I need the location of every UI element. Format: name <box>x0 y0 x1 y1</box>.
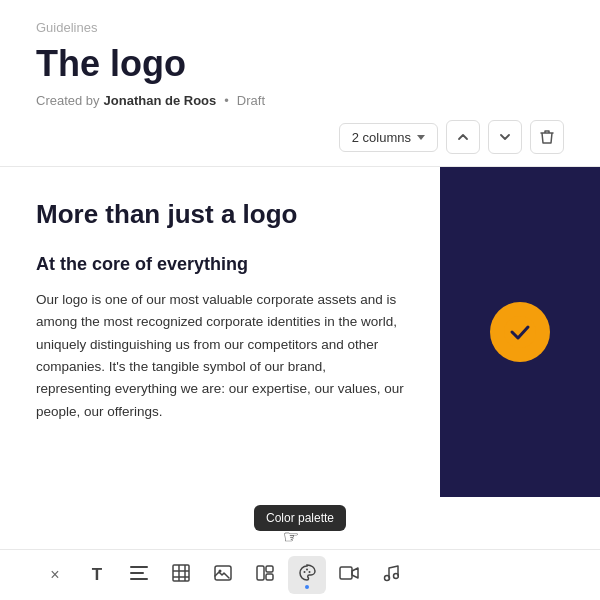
bottom-toolbar: × T <box>0 549 600 600</box>
svg-rect-4 <box>173 565 189 581</box>
tooltip-area: Color palette <box>0 497 600 535</box>
svg-rect-11 <box>257 566 264 580</box>
status-badge: Draft <box>237 93 265 108</box>
svg-point-18 <box>385 576 390 581</box>
move-down-button[interactable] <box>488 120 522 154</box>
columns-selector[interactable]: 2 columns <box>339 123 438 152</box>
body-text: Our logo is one of our most valuable cor… <box>36 289 404 423</box>
video-tool-button[interactable] <box>330 556 368 594</box>
page-title: The logo <box>36 43 564 85</box>
image-tool-button[interactable] <box>204 556 242 594</box>
right-panel <box>440 167 600 497</box>
svg-point-14 <box>304 571 306 573</box>
separator: • <box>224 93 229 108</box>
image-icon <box>214 565 232 585</box>
palette-icon <box>298 564 316 586</box>
active-indicator <box>305 585 309 589</box>
music-icon <box>383 564 399 586</box>
svg-rect-1 <box>130 566 148 568</box>
svg-rect-12 <box>266 566 273 572</box>
section-heading: More than just a logo <box>36 199 404 230</box>
author-name: Jonathan de Roos <box>104 93 217 108</box>
svg-rect-13 <box>266 574 273 580</box>
gallery-tool-button[interactable] <box>246 556 284 594</box>
columns-label: 2 columns <box>352 130 411 145</box>
left-panel: More than just a logo At the core of eve… <box>0 167 440 497</box>
svg-point-0 <box>504 316 536 348</box>
color-palette-tooltip: Color palette <box>254 505 346 531</box>
breadcrumb: Guidelines <box>36 20 564 35</box>
align-tool-button[interactable] <box>120 556 158 594</box>
main-content: More than just a logo At the core of eve… <box>0 167 600 497</box>
top-toolbar: 2 columns <box>0 108 600 167</box>
table-icon <box>172 564 190 586</box>
table-tool-button[interactable] <box>162 556 200 594</box>
palette-tool-button[interactable] <box>288 556 326 594</box>
checkmark-icon <box>503 315 537 349</box>
chevron-up-icon <box>456 130 470 144</box>
svg-point-16 <box>309 571 311 573</box>
gallery-icon <box>256 565 274 585</box>
text-icon: T <box>92 565 102 585</box>
trash-icon <box>540 129 554 145</box>
chevron-down-icon <box>417 135 425 140</box>
svg-rect-17 <box>340 567 352 579</box>
music-tool-button[interactable] <box>372 556 410 594</box>
svg-rect-3 <box>130 578 148 580</box>
chevron-down-icon <box>498 130 512 144</box>
delete-button[interactable] <box>530 120 564 154</box>
close-icon: × <box>50 566 59 584</box>
text-tool-button[interactable]: T <box>78 556 116 594</box>
page-header: Guidelines The logo Created by Jonathan … <box>0 0 600 108</box>
created-by-label: Created by <box>36 93 100 108</box>
svg-point-19 <box>394 574 399 579</box>
logo-image <box>490 302 550 362</box>
svg-point-15 <box>306 569 308 571</box>
video-icon <box>339 566 359 584</box>
move-up-button[interactable] <box>446 120 480 154</box>
sub-heading: At the core of everything <box>36 254 404 275</box>
svg-rect-2 <box>130 572 144 574</box>
align-icon <box>130 566 148 584</box>
page-meta: Created by Jonathan de Roos • Draft <box>36 93 564 108</box>
close-button[interactable]: × <box>36 556 74 594</box>
